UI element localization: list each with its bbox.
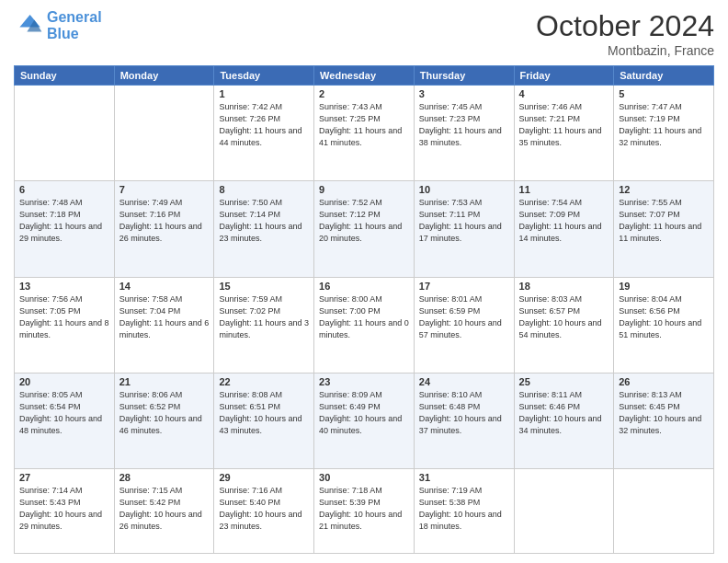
- day-info: Sunrise: 8:00 AMSunset: 7:00 PMDaylight:…: [319, 293, 409, 341]
- table-row: 26Sunrise: 8:13 AMSunset: 6:45 PMDayligh…: [614, 373, 714, 468]
- calendar-week-row: 13Sunrise: 7:56 AMSunset: 7:05 PMDayligh…: [15, 277, 714, 373]
- table-row: 18Sunrise: 8:03 AMSunset: 6:57 PMDayligh…: [514, 277, 614, 373]
- day-number: 26: [619, 376, 709, 387]
- table-row: 27Sunrise: 7:14 AMSunset: 5:43 PMDayligh…: [15, 469, 115, 554]
- day-number: 11: [519, 184, 609, 195]
- header: General Blue October 2024 Montbazin, Fra…: [14, 9, 714, 58]
- day-info: Sunrise: 7:58 AMSunset: 7:04 PMDaylight:…: [119, 293, 210, 341]
- day-number: 14: [119, 281, 210, 292]
- table-row: 15Sunrise: 7:59 AMSunset: 7:02 PMDayligh…: [214, 277, 314, 373]
- day-number: 31: [419, 472, 509, 483]
- day-info: Sunrise: 8:11 AMSunset: 6:46 PMDaylight:…: [519, 389, 609, 437]
- day-number: 20: [19, 376, 109, 387]
- col-monday: Monday: [114, 66, 214, 86]
- calendar-week-row: 1Sunrise: 7:42 AMSunset: 7:26 PMDaylight…: [15, 86, 714, 181]
- day-info: Sunrise: 7:42 AMSunset: 7:26 PMDaylight:…: [219, 101, 309, 149]
- day-info: Sunrise: 7:43 AMSunset: 7:25 PMDaylight:…: [319, 101, 409, 149]
- logo-text: General Blue: [47, 9, 102, 41]
- calendar-table: Sunday Monday Tuesday Wednesday Thursday…: [14, 65, 714, 554]
- day-info: Sunrise: 7:53 AMSunset: 7:11 PMDaylight:…: [419, 197, 509, 245]
- calendar-header-row: Sunday Monday Tuesday Wednesday Thursday…: [15, 66, 714, 86]
- day-number: 18: [519, 281, 609, 292]
- day-number: 19: [619, 281, 709, 292]
- table-row: 25Sunrise: 8:11 AMSunset: 6:46 PMDayligh…: [514, 373, 614, 468]
- month-title: October 2024: [536, 9, 714, 43]
- table-row: [614, 469, 714, 554]
- table-row: 11Sunrise: 7:54 AMSunset: 7:09 PMDayligh…: [514, 181, 614, 277]
- calendar-week-row: 27Sunrise: 7:14 AMSunset: 5:43 PMDayligh…: [15, 469, 714, 554]
- table-row: 1Sunrise: 7:42 AMSunset: 7:26 PMDaylight…: [214, 86, 314, 181]
- day-info: Sunrise: 8:04 AMSunset: 6:56 PMDaylight:…: [619, 293, 709, 341]
- day-info: Sunrise: 7:59 AMSunset: 7:02 PMDaylight:…: [219, 293, 309, 341]
- day-info: Sunrise: 8:09 AMSunset: 6:49 PMDaylight:…: [319, 389, 409, 437]
- table-row: 4Sunrise: 7:46 AMSunset: 7:21 PMDaylight…: [514, 86, 614, 181]
- day-info: Sunrise: 7:55 AMSunset: 7:07 PMDaylight:…: [619, 197, 709, 245]
- table-row: 19Sunrise: 8:04 AMSunset: 6:56 PMDayligh…: [614, 277, 714, 373]
- day-number: 17: [419, 281, 509, 292]
- table-row: 30Sunrise: 7:18 AMSunset: 5:39 PMDayligh…: [314, 469, 415, 554]
- day-number: 9: [319, 184, 409, 195]
- day-number: 29: [219, 472, 309, 483]
- table-row: 16Sunrise: 8:00 AMSunset: 7:00 PMDayligh…: [314, 277, 415, 373]
- table-row: 2Sunrise: 7:43 AMSunset: 7:25 PMDaylight…: [314, 86, 415, 181]
- table-row: [15, 86, 115, 181]
- table-row: 22Sunrise: 8:08 AMSunset: 6:51 PMDayligh…: [214, 373, 314, 468]
- day-number: 6: [19, 184, 109, 195]
- day-info: Sunrise: 7:15 AMSunset: 5:42 PMDaylight:…: [119, 485, 210, 533]
- table-row: 6Sunrise: 7:48 AMSunset: 7:18 PMDaylight…: [15, 181, 115, 277]
- table-row: 10Sunrise: 7:53 AMSunset: 7:11 PMDayligh…: [414, 181, 514, 277]
- day-number: 13: [19, 281, 109, 292]
- table-row: 8Sunrise: 7:50 AMSunset: 7:14 PMDaylight…: [214, 181, 314, 277]
- day-number: 4: [519, 88, 609, 99]
- day-info: Sunrise: 8:10 AMSunset: 6:48 PMDaylight:…: [419, 389, 509, 437]
- day-info: Sunrise: 7:45 AMSunset: 7:23 PMDaylight:…: [419, 101, 509, 149]
- table-row: 29Sunrise: 7:16 AMSunset: 5:40 PMDayligh…: [214, 469, 314, 554]
- table-row: [114, 86, 214, 181]
- day-info: Sunrise: 7:46 AMSunset: 7:21 PMDaylight:…: [519, 101, 609, 149]
- day-number: 16: [319, 281, 409, 292]
- table-row: 5Sunrise: 7:47 AMSunset: 7:19 PMDaylight…: [614, 86, 714, 181]
- day-info: Sunrise: 7:50 AMSunset: 7:14 PMDaylight:…: [219, 197, 309, 245]
- day-number: 10: [419, 184, 509, 195]
- day-number: 15: [219, 281, 309, 292]
- day-info: Sunrise: 7:52 AMSunset: 7:12 PMDaylight:…: [319, 197, 409, 245]
- table-row: 20Sunrise: 8:05 AMSunset: 6:54 PMDayligh…: [15, 373, 115, 468]
- day-info: Sunrise: 7:19 AMSunset: 5:38 PMDaylight:…: [419, 485, 509, 533]
- location: Montbazin, France: [536, 43, 714, 58]
- day-number: 22: [219, 376, 309, 387]
- calendar-week-row: 20Sunrise: 8:05 AMSunset: 6:54 PMDayligh…: [15, 373, 714, 468]
- title-block: October 2024 Montbazin, France: [536, 9, 714, 58]
- table-row: 28Sunrise: 7:15 AMSunset: 5:42 PMDayligh…: [114, 469, 214, 554]
- day-number: 8: [219, 184, 309, 195]
- day-number: 30: [319, 472, 409, 483]
- page: General Blue October 2024 Montbazin, Fra…: [0, 0, 728, 563]
- day-info: Sunrise: 8:03 AMSunset: 6:57 PMDaylight:…: [519, 293, 609, 341]
- table-row: 13Sunrise: 7:56 AMSunset: 7:05 PMDayligh…: [15, 277, 115, 373]
- day-info: Sunrise: 7:56 AMSunset: 7:05 PMDaylight:…: [19, 293, 109, 341]
- table-row: 21Sunrise: 8:06 AMSunset: 6:52 PMDayligh…: [114, 373, 214, 468]
- table-row: 7Sunrise: 7:49 AMSunset: 7:16 PMDaylight…: [114, 181, 214, 277]
- logo-icon: [14, 11, 43, 40]
- col-tuesday: Tuesday: [214, 66, 314, 86]
- day-info: Sunrise: 8:01 AMSunset: 6:59 PMDaylight:…: [419, 293, 509, 341]
- logo: General Blue: [14, 9, 102, 41]
- col-thursday: Thursday: [414, 66, 514, 86]
- day-info: Sunrise: 7:14 AMSunset: 5:43 PMDaylight:…: [19, 485, 109, 533]
- col-friday: Friday: [514, 66, 614, 86]
- day-info: Sunrise: 7:48 AMSunset: 7:18 PMDaylight:…: [19, 197, 109, 245]
- table-row: 23Sunrise: 8:09 AMSunset: 6:49 PMDayligh…: [314, 373, 415, 468]
- day-number: 1: [219, 88, 309, 99]
- day-info: Sunrise: 8:06 AMSunset: 6:52 PMDaylight:…: [119, 389, 210, 437]
- table-row: 14Sunrise: 7:58 AMSunset: 7:04 PMDayligh…: [114, 277, 214, 373]
- day-number: 24: [419, 376, 509, 387]
- day-info: Sunrise: 7:47 AMSunset: 7:19 PMDaylight:…: [619, 101, 709, 149]
- col-sunday: Sunday: [15, 66, 115, 86]
- day-number: 28: [119, 472, 210, 483]
- table-row: 17Sunrise: 8:01 AMSunset: 6:59 PMDayligh…: [414, 277, 514, 373]
- table-row: 12Sunrise: 7:55 AMSunset: 7:07 PMDayligh…: [614, 181, 714, 277]
- day-number: 23: [319, 376, 409, 387]
- day-number: 12: [619, 184, 709, 195]
- day-number: 21: [119, 376, 210, 387]
- calendar-week-row: 6Sunrise: 7:48 AMSunset: 7:18 PMDaylight…: [15, 181, 714, 277]
- table-row: 9Sunrise: 7:52 AMSunset: 7:12 PMDaylight…: [314, 181, 415, 277]
